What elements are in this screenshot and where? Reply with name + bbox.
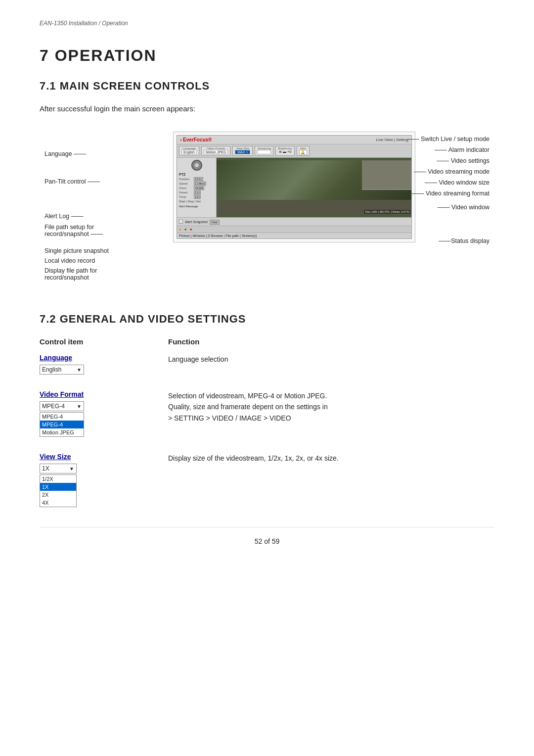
ef-ptz-position-label: Position — [179, 178, 193, 181]
view-size-option-1x[interactable]: 1X — [40, 483, 76, 491]
ef-alert-message-label: Alert Message — [179, 205, 214, 208]
control-table-header: Control item Function — [40, 337, 494, 346]
language-select[interactable]: English ▼ — [40, 365, 84, 375]
chapter-title: 7 OPERATION — [40, 47, 494, 65]
view-size-ui: 1X ▼ 1/2X 1X 2X 4X — [40, 464, 168, 507]
view-size-arrow: ▼ — [69, 466, 74, 472]
video-format-select-value: MPEG-4 — [42, 403, 65, 410]
ef-toolbar-streaming-value — [257, 150, 271, 154]
ef-ptz-speed: Speed [ 1 Med ] — [179, 182, 214, 186]
language-function: Language selection — [168, 354, 494, 365]
language-ui: English ▼ — [40, 365, 168, 375]
view-size-option-2x[interactable]: 2X — [40, 491, 76, 499]
ef-ptz-zoom: Zoom hd [dd] — [179, 186, 214, 190]
ann-file-path: File path setup forrecord/snapshot —— — [44, 224, 104, 237]
ef-toolbar-alert-icon: 🔔 — [299, 150, 307, 155]
control-item-language: Language English ▼ — [40, 354, 168, 375]
ef-toolbar-brightness-control: ⊕ ▬ +0 — [279, 150, 291, 154]
control-row-video-format: Video Format MPEG-4 ▼ MPEG-4 MPEG-4 Moti… — [40, 390, 494, 437]
ef-left-panel: PTZ Position [ 0 0 ] Speed [ 1 Med ] Zoo… — [177, 158, 217, 217]
view-size-function: Display size of the videostream, 1/2x, 1… — [168, 453, 494, 464]
video-format-option-mpeg4-2[interactable]: MPEG-4 — [40, 421, 84, 428]
ef-toolbar-vs-value: MAX + — [235, 150, 250, 154]
ef-ptz-speed-value: [ 1 Med ] — [194, 182, 206, 186]
everfocus-ui-diagram: ▪ EverFocus® Live View | Setting Languag… — [173, 132, 415, 242]
ef-building — [362, 160, 411, 190]
video-format-label: Video Format — [40, 390, 168, 398]
ef-logo-text: EverFocus® — [183, 137, 212, 142]
ef-toolbar-view-size: View Size MAX + — [232, 146, 253, 156]
ef-alert-section: Alert Message — [179, 205, 214, 208]
ef-ptz-preset-value: [ 1 ] — [194, 190, 201, 194]
ann-language: Language —— — [44, 150, 86, 157]
control-item-video-format: Video Format MPEG-4 ▼ MPEG-4 MPEG-4 Moti… — [40, 390, 168, 437]
ann-streaming-mode: —— Video streaming mode — [414, 168, 490, 175]
col-function-header: Function — [168, 337, 494, 346]
ann-streaming-format: —— Video streaming format — [412, 190, 490, 197]
section-7-1-title: 7.1 MAIN SCREEN CONTROLS — [40, 80, 494, 93]
ef-video-area: Total: 1280 x 960 FPS: 1 Bitrate: 124742 — [217, 158, 411, 217]
video-format-ui: MPEG-4 ▼ MPEG-4 MPEG-4 Motion JPEG — [40, 401, 168, 437]
ann-alert-log: Alert Log —— — [44, 213, 84, 220]
ef-camera-icon — [191, 160, 202, 171]
ef-alert-checkbox: ✓ — [179, 220, 183, 224]
ef-footer-controls: Picture | Window | D Browse | File path … — [177, 233, 411, 238]
ef-ptz-timer-label: Timer — [179, 195, 193, 198]
ef-toolbar-video-format: Video Format Motion JPEG — [201, 146, 230, 156]
ef-clear-btn: Clear — [210, 220, 220, 225]
ef-toolbar-language-value: English — [181, 150, 197, 154]
ef-toolbar-vf-value: Motion JPEG — [204, 150, 228, 154]
control-row-language: Language English ▼ Language selection — [40, 354, 494, 375]
ann-window-size: —— Video window size — [425, 179, 490, 186]
ef-ptz-speed-label: Speed — [179, 182, 193, 185]
ann-switch-live: —— Switch Live / setup mode — [407, 136, 490, 142]
ef-ptz-zoom-value: hd [dd] — [194, 186, 204, 190]
control-item-view-size: View Size 1X ▼ 1/2X 1X 2X 4X — [40, 453, 168, 507]
doc-header-text: EAN-1350 Installation / Operation — [40, 20, 128, 27]
ann-video-record: Local video record — [44, 257, 95, 264]
ef-ptz-zoom-label: Zoom — [179, 187, 193, 189]
section-7-2-title: 7.2 GENERAL AND VIDEO SETTINGS — [40, 313, 494, 326]
video-format-dropdown: MPEG-4 MPEG-4 Motion JPEG — [40, 412, 84, 437]
ef-status-bar: ● ● ● — [177, 226, 411, 233]
ef-ptz-start-stop: Start | Stop | Set — [179, 200, 214, 203]
video-format-option-mjpeg[interactable]: Motion JPEG — [40, 428, 84, 436]
everfocus-ui: ▪ EverFocus® Live View | Setting Languag… — [177, 135, 412, 239]
view-size-select[interactable]: 1X ▼ — [40, 464, 77, 473]
ef-toolbar-streaming: Streaming — [255, 146, 273, 156]
ef-header: ▪ EverFocus® Live View | Setting — [177, 136, 411, 144]
ef-toolbar-brightness: Brightness ⊕ ▬ +0 — [275, 146, 294, 156]
ef-alert-snapshot-row: ✓ Alert Snapshot Clear — [177, 217, 411, 226]
section-7-2: 7.2 GENERAL AND VIDEO SETTINGS Control i… — [40, 313, 494, 507]
video-format-arrow: ▼ — [77, 404, 82, 409]
ann-alarm: —— Alarm indicator — [435, 146, 490, 153]
doc-header: EAN-1350 Installation / Operation — [40, 20, 494, 27]
view-size-option-4x[interactable]: 4X — [40, 499, 76, 507]
language-label: Language — [40, 354, 168, 362]
page-footer: 52 of 59 — [40, 527, 494, 545]
view-size-option-half[interactable]: 1/2X — [40, 475, 76, 483]
page-number: 52 of 59 — [255, 537, 280, 545]
ef-toolbar-alert: Alert 🔔 — [297, 146, 310, 156]
ef-ptz-preset-label: Preset — [179, 191, 193, 194]
ef-alert-snapshot-label: Alert Snapshot — [185, 220, 208, 224]
view-size-select-value: 1X — [42, 465, 49, 472]
video-format-option-mpeg4[interactable]: MPEG-4 — [40, 413, 84, 421]
ef-ptz-section: PTZ Position [ 0 0 ] Speed [ 1 Med ] Zoo… — [179, 173, 214, 203]
ef-logo: ▪ EverFocus® — [180, 137, 212, 142]
ann-status-display: ——Status display — [439, 237, 490, 244]
ef-ptz-position-value: [ 0 0 ] — [194, 177, 203, 181]
ann-snapshot: Single picture snapshot — [44, 247, 109, 254]
diagram-wrapper: Language —— Pan-Tilt control —— Alert Lo… — [44, 125, 490, 293]
video-format-function: Selection of videostream, MPEG-4 or Moti… — [168, 390, 494, 424]
video-format-select[interactable]: MPEG-4 ▼ — [40, 401, 84, 411]
ef-ptz-label: PTZ — [179, 173, 214, 176]
view-size-dropdown: 1/2X 1X 2X 4X — [40, 474, 77, 507]
ef-toolbar-language: Language English — [179, 146, 199, 156]
ann-pan-tilt: Pan-Tilt control —— — [44, 178, 100, 185]
language-select-arrow: ▼ — [77, 367, 82, 373]
intro-text: After successful login the main screen a… — [40, 104, 494, 113]
ef-toolbar: Language English Video Format Motion JPE… — [177, 144, 411, 158]
ann-video-settings: —— Video settings — [437, 157, 490, 164]
ef-footer-tabs: Picture | Window | D Browse | File path … — [179, 234, 257, 237]
